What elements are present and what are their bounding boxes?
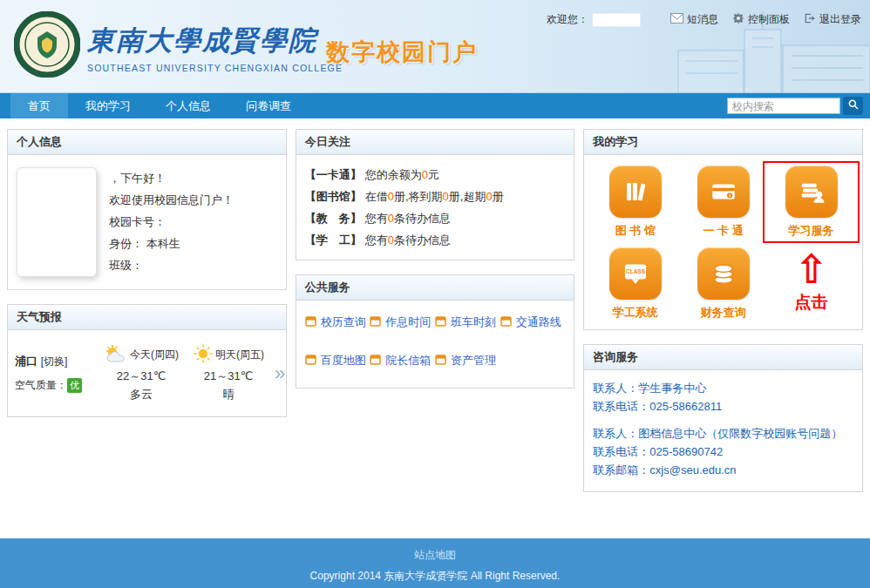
consult-contact-2: 联系人：图档信息中心（仅限数字校园账号问题） <box>593 424 853 443</box>
app-label: 一 卡 通 <box>703 223 744 239</box>
weather-today: 今天(周四) 22～31℃ 多云 <box>100 344 182 402</box>
weather-today-temp: 22～31℃ <box>100 368 182 384</box>
welcome-line: 欢迎使用校园信息门户！ <box>109 189 234 211</box>
service-label: 作息时间 <box>385 314 431 330</box>
message-icon <box>670 13 683 26</box>
service-label: 院长信箱 <box>385 353 431 368</box>
nav-item-my-learning[interactable]: 我的学习 <box>68 93 148 118</box>
messages-link[interactable]: 短消息 <box>670 12 718 27</box>
focus-number: 0 <box>422 168 428 181</box>
identity-line: 身份： 本科生 <box>109 233 234 254</box>
personal-info-title: 个人信息 <box>8 130 286 155</box>
welcome-label: 欢迎您： <box>547 12 588 27</box>
service-link-calendar[interactable]: 校历查询 <box>305 314 370 330</box>
consult-contact-1: 联系人：学生事务中心 <box>593 379 853 397</box>
college-name-block: 東南大學成賢學院 SOUTHEAST UNIVERSITY CHENGXIAN … <box>87 23 343 73</box>
service-link-assets[interactable]: 资产管理 <box>435 353 500 368</box>
service-icon <box>370 315 381 329</box>
study-service-icon <box>785 166 838 218</box>
app-finance-query[interactable]: 财务查询 <box>679 247 767 321</box>
college-name-en: SOUTHEAST UNIVERSITY CHENGXIAN COLLEGE <box>87 63 343 73</box>
service-link-schedule[interactable]: 作息时间 <box>370 314 435 330</box>
weather-tomorrow-cond: 晴 <box>187 387 269 402</box>
class-badge-text: CLASS <box>626 268 646 274</box>
right-column: 我的学习 图 书 馆 一 卡 通 <box>583 129 863 492</box>
service-icon <box>500 315 512 329</box>
weather-city-switch[interactable]: [切换] <box>41 355 68 368</box>
search-icon <box>847 98 860 113</box>
service-link-baidu-map[interactable]: 百度地图 <box>305 353 370 368</box>
focus-text: 册,将到期 <box>394 190 443 203</box>
click-annotation-label: 点击 <box>795 291 828 314</box>
service-label: 交通路线 <box>516 314 561 330</box>
app-label: 学工系统 <box>613 305 658 321</box>
my-learning-title: 我的学习 <box>584 130 862 155</box>
middle-column: 今日关注 【一卡通】您的余额为0元 【图书馆】在借0册,将到期0册,超期0册 【… <box>296 129 575 389</box>
app-campus-card[interactable]: 一 卡 通 <box>679 166 767 239</box>
focus-tag: 【学 工】 <box>305 233 362 247</box>
identity-label: 身份： <box>109 237 143 250</box>
focus-text: 在借 <box>365 190 388 203</box>
focus-number: 0 <box>486 190 492 203</box>
public-services-panel: 公共服务 校历查询 作息时间 班车时刻 交通路线 百度地图 院长信箱 资产管理 <box>296 274 575 389</box>
personal-info-panel: 个人信息 ，下午好！ 欢迎使用校园信息门户！ 校园卡号： 身份： 本科生 班级： <box>7 129 287 290</box>
my-learning-panel: 我的学习 图 书 馆 一 卡 通 <box>583 129 863 330</box>
nav-item-home[interactable]: 首页 <box>10 93 68 118</box>
control-panel-link[interactable]: 控制面板 <box>732 12 790 27</box>
service-icon <box>370 354 381 368</box>
portal-page: 東南大學成賢學院 SOUTHEAST UNIVERSITY CHENGXIAN … <box>0 0 870 588</box>
service-label: 班车时刻 <box>451 314 496 330</box>
nav-item-personal-info[interactable]: 个人信息 <box>148 93 228 118</box>
consult-phone-2: 联系电话：025-58690742 <box>593 443 853 461</box>
app-library[interactable]: 图 书 馆 <box>591 166 679 239</box>
today-focus-title: 今日关注 <box>296 130 574 155</box>
up-arrow-annotation-icon: ⇧ <box>794 249 828 289</box>
class-system-icon: CLASS <box>609 247 662 300</box>
consult-title: 咨询服务 <box>584 345 862 370</box>
weather-city: 浦口 <box>15 355 37 368</box>
focus-number: 0 <box>388 212 394 225</box>
app-label: 学习服务 <box>789 223 834 239</box>
logout-icon <box>804 12 816 27</box>
sitemap-link[interactable]: 站点地图 <box>414 548 456 563</box>
service-link-traffic[interactable]: 交通路线 <box>500 314 566 330</box>
app-study-service[interactable]: 学习服务 <box>767 166 855 239</box>
app-label: 财务查询 <box>701 305 746 321</box>
service-link-dean-mailbox[interactable]: 院长信箱 <box>370 353 435 368</box>
service-icon <box>435 354 446 368</box>
username-box <box>592 13 641 27</box>
service-icon <box>435 315 446 329</box>
site-header: 東南大學成賢學院 SOUTHEAST UNIVERSITY CHENGXIAN … <box>0 0 870 93</box>
focus-text: 册,超期 <box>449 190 486 203</box>
nav-item-survey[interactable]: 问卷调查 <box>228 93 309 118</box>
card-no-line: 校园卡号： <box>109 211 234 233</box>
weather-left: 浦口 [切换] 空气质量：优 <box>15 354 95 393</box>
consult-phone-1: 联系电话：025-58662811 <box>593 397 853 416</box>
user-photo <box>17 167 97 277</box>
focus-row-card: 【一卡通】您的余额为0元 <box>305 164 566 186</box>
search-button[interactable] <box>843 97 863 115</box>
service-link-bus[interactable]: 班车时刻 <box>435 314 500 330</box>
focus-text: 您有 <box>365 212 388 225</box>
header-links: 欢迎您： 短消息 控制面板 退出登录 <box>547 12 861 27</box>
weather-tomorrow-temp: 21～31℃ <box>187 368 269 384</box>
public-services-title: 公共服务 <box>296 275 574 301</box>
click-annotation: ⇧ 点击 <box>767 247 855 321</box>
search-input[interactable] <box>727 98 840 114</box>
left-column: 个人信息 ，下午好！ 欢迎使用校园信息门户！ 校园卡号： 身份： 本科生 班级： <box>7 129 287 417</box>
main-nav: 首页 我的学习 个人信息 问卷调查 <box>0 93 870 118</box>
focus-text: 您有 <box>365 233 388 247</box>
portal-title: 数字校园门户 <box>326 37 478 68</box>
focus-text: 条待办信息 <box>394 233 451 247</box>
copyright-text: Copyright 2014 东南大学成贤学院 All Right Reserv… <box>0 569 870 584</box>
focus-text: 您的余额为 <box>365 168 422 181</box>
college-name-cn: 東南大學成賢學院 <box>87 23 343 59</box>
nav-search <box>727 97 863 115</box>
weather-more-chevron[interactable]: » <box>275 362 285 385</box>
focus-text: 元 <box>428 168 439 181</box>
logout-link[interactable]: 退出登录 <box>804 12 861 27</box>
library-icon <box>609 166 662 218</box>
app-student-system[interactable]: CLASS 学工系统 <box>591 247 679 321</box>
control-panel-label: 控制面板 <box>748 12 790 27</box>
sun-icon <box>193 344 214 366</box>
